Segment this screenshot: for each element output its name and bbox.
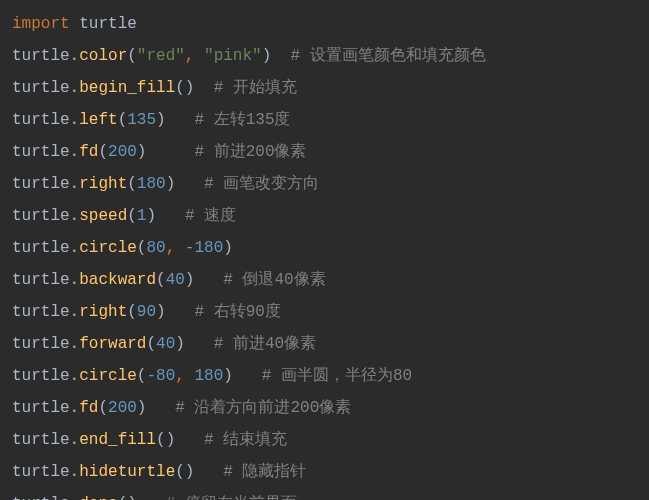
token-paren: ( (146, 335, 156, 353)
token-number: 40 (156, 335, 175, 353)
token-dot: . (70, 303, 80, 321)
token-paren: ( (127, 207, 137, 225)
token-string: "red" (137, 47, 185, 65)
token-paren: ) (146, 207, 156, 225)
token-dot: . (70, 239, 80, 257)
token-module: turtle (12, 239, 70, 257)
token-dot: . (70, 271, 80, 289)
token-paren: ( (98, 399, 108, 417)
token-plain (194, 271, 223, 289)
token-paren: ( (137, 239, 147, 257)
token-plain (233, 367, 262, 385)
token-function: fd (79, 399, 98, 417)
code-line-2: turtle.color("red", "pink") # 设置画笔颜色和填充颜… (12, 40, 637, 72)
token-plain (194, 79, 213, 97)
token-comment: # 右转90度 (194, 303, 280, 321)
code-line-3: turtle.begin_fill() # 开始填充 (12, 72, 637, 104)
token-comment: # 画笔改变方向 (204, 175, 319, 193)
token-module: turtle (12, 111, 70, 129)
token-paren: () (175, 79, 194, 97)
code-line-5: turtle.fd(200) # 前进200像素 (12, 136, 637, 168)
code-line-9: turtle.backward(40) # 倒退40像素 (12, 264, 637, 296)
token-paren: ) (185, 271, 195, 289)
token-function: left (79, 111, 117, 129)
code-line-16: turtle.done() # 停留在当前界面 (12, 488, 637, 500)
token-dot: . (70, 175, 80, 193)
code-block: import turtleturtle.color("red", "pink")… (12, 8, 637, 500)
token-plain (166, 111, 195, 129)
token-dot: . (70, 79, 80, 97)
token-comment: # 开始填充 (214, 79, 297, 97)
token-paren: ) (156, 303, 166, 321)
token-number: 200 (108, 399, 137, 417)
token-dot: . (70, 367, 80, 385)
token-plain (175, 431, 204, 449)
token-module: turtle (12, 47, 70, 65)
token-paren: ) (137, 399, 147, 417)
token-plain (146, 399, 175, 417)
code-line-12: turtle.circle(-80, 180) # 画半圆，半径为80 (12, 360, 637, 392)
token-number: 180 (194, 367, 223, 385)
code-line-4: turtle.left(135) # 左转135度 (12, 104, 637, 136)
token-paren: () (156, 431, 175, 449)
token-number: 135 (127, 111, 156, 129)
token-module: turtle (12, 463, 70, 481)
token-comment: # 倒退40像素 (223, 271, 325, 289)
token-dot: . (70, 399, 80, 417)
code-line-7: turtle.speed(1) # 速度 (12, 200, 637, 232)
token-module: turtle (12, 79, 70, 97)
token-function: fd (79, 143, 98, 161)
token-comment: # 左转135度 (194, 111, 290, 129)
token-keyword: import (12, 15, 70, 33)
token-module: turtle (12, 271, 70, 289)
token-paren: () (118, 495, 137, 500)
token-comma: , (185, 47, 204, 65)
token-plain (185, 335, 214, 353)
code-line-10: turtle.right(90) # 右转90度 (12, 296, 637, 328)
token-module: turtle (12, 431, 70, 449)
token-module: turtle (12, 367, 70, 385)
token-number: 1 (137, 207, 147, 225)
token-string: "pink" (204, 47, 262, 65)
token-number: -180 (185, 239, 223, 257)
token-paren: () (175, 463, 194, 481)
token-number: 180 (137, 175, 166, 193)
code-line-11: turtle.forward(40) # 前进40像素 (12, 328, 637, 360)
token-comment: # 设置画笔颜色和填充颜色 (290, 47, 485, 65)
token-plain (194, 463, 223, 481)
code-line-1: import turtle (12, 8, 637, 40)
token-paren: ( (127, 47, 137, 65)
token-module: turtle (12, 175, 70, 193)
token-number: 200 (108, 143, 137, 161)
token-number: 40 (166, 271, 185, 289)
code-line-8: turtle.circle(80, -180) (12, 232, 637, 264)
token-paren: ( (127, 303, 137, 321)
token-module: turtle (12, 143, 70, 161)
token-plain (166, 303, 195, 321)
token-function: color (79, 47, 127, 65)
token-dot: . (70, 207, 80, 225)
token-function: right (79, 175, 127, 193)
token-plain (137, 495, 166, 500)
token-paren: ) (175, 335, 185, 353)
token-number: 80 (146, 239, 165, 257)
token-plain (146, 143, 194, 161)
token-dot: . (70, 335, 80, 353)
token-function: begin_fill (79, 79, 175, 97)
token-comment: # 速度 (185, 207, 236, 225)
token-plain (175, 175, 204, 193)
token-module: turtle (12, 207, 70, 225)
token-comment: # 停留在当前界面 (166, 495, 297, 500)
token-comma: , (166, 239, 185, 257)
token-function: end_fill (79, 431, 156, 449)
token-number: -80 (146, 367, 175, 385)
token-comment: # 隐藏指针 (223, 463, 306, 481)
token-function: right (79, 303, 127, 321)
code-line-15: turtle.hideturtle() # 隐藏指针 (12, 456, 637, 488)
token-module: turtle (12, 495, 70, 500)
token-function: speed (79, 207, 127, 225)
token-paren: ( (156, 271, 166, 289)
token-module: turtle (12, 335, 70, 353)
token-function: backward (79, 271, 156, 289)
token-dot: . (70, 47, 80, 65)
